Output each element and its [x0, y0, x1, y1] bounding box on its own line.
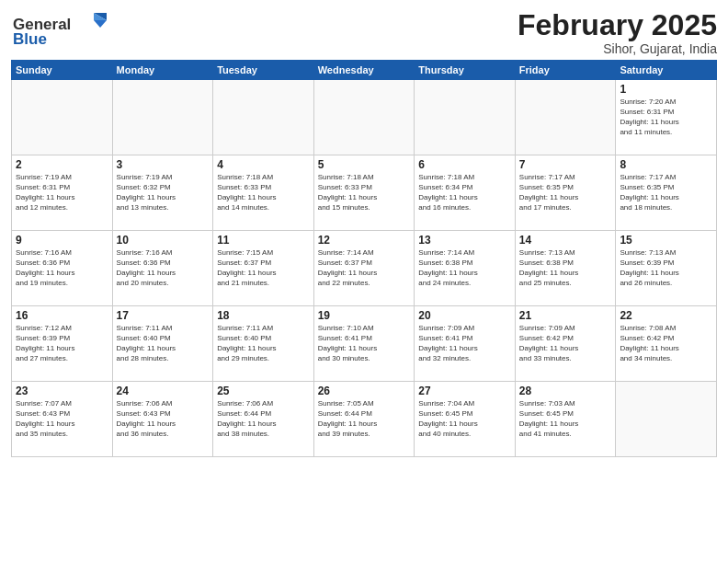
day-number: 15 — [620, 234, 712, 247]
table-row: 20Sunrise: 7:09 AM Sunset: 6:41 PM Dayli… — [415, 306, 516, 382]
day-info: Sunrise: 7:16 AM Sunset: 6:36 PM Dayligh… — [16, 248, 108, 288]
table-row: 11Sunrise: 7:15 AM Sunset: 6:37 PM Dayli… — [213, 231, 314, 306]
col-wednesday: Wednesday — [313, 61, 415, 80]
table-row: 15Sunrise: 7:13 AM Sunset: 6:39 PM Dayli… — [616, 231, 717, 306]
col-saturday: Saturday — [616, 61, 717, 80]
table-row: 22Sunrise: 7:08 AM Sunset: 6:42 PM Dayli… — [616, 306, 717, 382]
day-info: Sunrise: 7:12 AM Sunset: 6:39 PM Dayligh… — [16, 324, 108, 363]
day-number: 22 — [620, 309, 712, 322]
day-info: Sunrise: 7:19 AM Sunset: 6:31 PM Dayligh… — [16, 173, 108, 213]
table-row: 18Sunrise: 7:11 AM Sunset: 6:40 PM Dayli… — [213, 306, 314, 382]
day-info: Sunrise: 7:09 AM Sunset: 6:41 PM Dayligh… — [418, 324, 511, 363]
day-number: 27 — [418, 385, 511, 397]
table-row: 26Sunrise: 7:05 AM Sunset: 6:44 PM Dayli… — [313, 382, 415, 457]
calendar-header-row: Sunday Monday Tuesday Wednesday Thursday… — [12, 61, 717, 80]
day-info: Sunrise: 7:04 AM Sunset: 6:45 PM Dayligh… — [418, 399, 511, 439]
day-info: Sunrise: 7:20 AM Sunset: 6:31 PM Dayligh… — [620, 98, 712, 137]
table-row: 1Sunrise: 7:20 AM Sunset: 6:31 PM Daylig… — [616, 80, 717, 155]
col-tuesday: Tuesday — [213, 61, 314, 80]
calendar-table: Sunday Monday Tuesday Wednesday Thursday… — [11, 60, 717, 457]
day-info: Sunrise: 7:17 AM Sunset: 6:35 PM Dayligh… — [519, 173, 612, 213]
table-row — [515, 80, 616, 155]
table-row: 21Sunrise: 7:09 AM Sunset: 6:42 PM Dayli… — [515, 306, 616, 382]
day-info: Sunrise: 7:15 AM Sunset: 6:37 PM Dayligh… — [217, 248, 310, 288]
main-container: General Blue February 2025 Sihor, Gujara… — [0, 0, 728, 463]
day-number: 20 — [418, 309, 511, 322]
subtitle: Sihor, Gujarat, India — [518, 41, 717, 56]
table-row: 25Sunrise: 7:06 AM Sunset: 6:44 PM Dayli… — [213, 382, 314, 457]
table-row — [12, 80, 113, 155]
calendar-week-row: 1Sunrise: 7:20 AM Sunset: 6:31 PM Daylig… — [12, 80, 717, 155]
day-info: Sunrise: 7:09 AM Sunset: 6:42 PM Dayligh… — [519, 324, 612, 363]
day-info: Sunrise: 7:14 AM Sunset: 6:38 PM Dayligh… — [418, 248, 511, 288]
table-row: 14Sunrise: 7:13 AM Sunset: 6:38 PM Dayli… — [515, 231, 616, 306]
table-row: 10Sunrise: 7:16 AM Sunset: 6:36 PM Dayli… — [112, 231, 213, 306]
day-info: Sunrise: 7:13 AM Sunset: 6:38 PM Dayligh… — [519, 248, 612, 288]
day-number: 19 — [318, 309, 411, 322]
day-number: 17 — [117, 309, 210, 322]
table-row — [415, 80, 516, 155]
day-number: 2 — [16, 158, 108, 171]
table-row: 9Sunrise: 7:16 AM Sunset: 6:36 PM Daylig… — [12, 231, 113, 306]
calendar-week-row: 16Sunrise: 7:12 AM Sunset: 6:39 PM Dayli… — [12, 306, 717, 382]
svg-marker-3 — [94, 20, 107, 28]
header-row: General Blue February 2025 Sihor, Gujara… — [11, 9, 717, 56]
col-sunday: Sunday — [12, 61, 113, 80]
day-info: Sunrise: 7:18 AM Sunset: 6:33 PM Dayligh… — [318, 173, 411, 213]
table-row: 27Sunrise: 7:04 AM Sunset: 6:45 PM Dayli… — [415, 382, 516, 457]
logo-svg: General Blue — [11, 9, 112, 51]
day-number: 25 — [217, 385, 310, 397]
day-number: 1 — [620, 83, 712, 96]
day-info: Sunrise: 7:19 AM Sunset: 6:32 PM Dayligh… — [117, 173, 210, 213]
day-number: 11 — [217, 234, 310, 247]
day-info: Sunrise: 7:03 AM Sunset: 6:45 PM Dayligh… — [519, 399, 612, 439]
table-row: 17Sunrise: 7:11 AM Sunset: 6:40 PM Dayli… — [112, 306, 213, 382]
day-info: Sunrise: 7:07 AM Sunset: 6:43 PM Dayligh… — [16, 399, 108, 439]
day-info: Sunrise: 7:18 AM Sunset: 6:34 PM Dayligh… — [418, 173, 511, 213]
day-info: Sunrise: 7:11 AM Sunset: 6:40 PM Dayligh… — [217, 324, 310, 363]
day-number: 21 — [519, 309, 612, 322]
day-number: 26 — [318, 385, 411, 397]
day-info: Sunrise: 7:11 AM Sunset: 6:40 PM Dayligh… — [117, 324, 210, 363]
table-row — [213, 80, 314, 155]
title-block: February 2025 Sihor, Gujarat, India — [518, 9, 717, 56]
col-monday: Monday — [112, 61, 213, 80]
day-info: Sunrise: 7:18 AM Sunset: 6:33 PM Dayligh… — [217, 173, 310, 213]
table-row — [313, 80, 415, 155]
table-row: 5Sunrise: 7:18 AM Sunset: 6:33 PM Daylig… — [313, 155, 415, 231]
day-number: 14 — [519, 234, 612, 247]
day-number: 6 — [418, 158, 511, 171]
table-row: 12Sunrise: 7:14 AM Sunset: 6:37 PM Dayli… — [313, 231, 415, 306]
table-row: 3Sunrise: 7:19 AM Sunset: 6:32 PM Daylig… — [112, 155, 213, 231]
day-number: 28 — [519, 385, 612, 397]
day-info: Sunrise: 7:05 AM Sunset: 6:44 PM Dayligh… — [318, 399, 411, 439]
day-info: Sunrise: 7:08 AM Sunset: 6:42 PM Dayligh… — [620, 324, 712, 363]
table-row: 13Sunrise: 7:14 AM Sunset: 6:38 PM Dayli… — [415, 231, 516, 306]
table-row: 8Sunrise: 7:17 AM Sunset: 6:35 PM Daylig… — [616, 155, 717, 231]
calendar-week-row: 2Sunrise: 7:19 AM Sunset: 6:31 PM Daylig… — [12, 155, 717, 231]
day-info: Sunrise: 7:16 AM Sunset: 6:36 PM Dayligh… — [117, 248, 210, 288]
table-row: 24Sunrise: 7:06 AM Sunset: 6:43 PM Dayli… — [112, 382, 213, 457]
day-info: Sunrise: 7:14 AM Sunset: 6:37 PM Dayligh… — [318, 248, 411, 288]
day-number: 5 — [318, 158, 411, 171]
table-row: 4Sunrise: 7:18 AM Sunset: 6:33 PM Daylig… — [213, 155, 314, 231]
day-info: Sunrise: 7:17 AM Sunset: 6:35 PM Dayligh… — [620, 173, 712, 213]
table-row: 28Sunrise: 7:03 AM Sunset: 6:45 PM Dayli… — [515, 382, 616, 457]
month-title: February 2025 — [518, 9, 717, 41]
table-row — [112, 80, 213, 155]
calendar-week-row: 23Sunrise: 7:07 AM Sunset: 6:43 PM Dayli… — [12, 382, 717, 457]
day-number: 4 — [217, 158, 310, 171]
logo-block: General Blue — [11, 9, 112, 54]
day-number: 8 — [620, 158, 712, 171]
table-row: 16Sunrise: 7:12 AM Sunset: 6:39 PM Dayli… — [12, 306, 113, 382]
day-number: 12 — [318, 234, 411, 247]
calendar-week-row: 9Sunrise: 7:16 AM Sunset: 6:36 PM Daylig… — [12, 231, 717, 306]
table-row — [616, 382, 717, 457]
day-number: 3 — [117, 158, 210, 171]
day-info: Sunrise: 7:10 AM Sunset: 6:41 PM Dayligh… — [318, 324, 411, 363]
logo: General Blue — [11, 9, 112, 54]
svg-text:Blue: Blue — [13, 30, 47, 48]
day-number: 16 — [16, 309, 108, 322]
day-number: 13 — [418, 234, 511, 247]
day-number: 18 — [217, 309, 310, 322]
